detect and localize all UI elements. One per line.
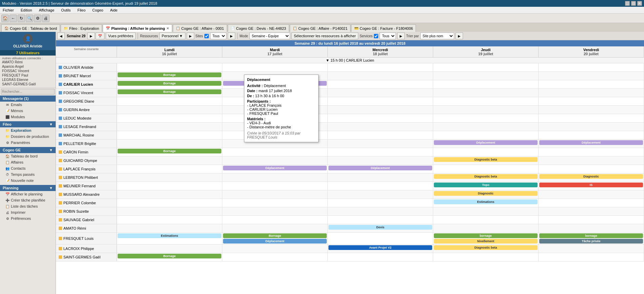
event-deplacement-fresquet[interactable]: Déplacement xyxy=(223,239,327,244)
services-arrow-btn[interactable]: ▶ xyxy=(397,33,405,39)
cell-ollivier-mercredi[interactable] xyxy=(328,63,433,71)
event-deplacement-pelletier-fri[interactable]: Déplacement xyxy=(539,140,643,145)
cell-foissac-jeudi[interactable] xyxy=(433,89,539,97)
print-icon[interactable]: 🖨 xyxy=(42,15,49,22)
cell-lesage-jeudi[interactable] xyxy=(433,123,539,131)
menu-outils[interactable]: Outils xyxy=(60,8,72,13)
cell-fresquet-vendredi[interactable]: bornage Tâche privée xyxy=(539,233,644,244)
cell-perrier-mercredi[interactable] xyxy=(328,199,433,207)
cell-mussard-mercredi[interactable] xyxy=(328,190,433,198)
cell-carlier-mercredi[interactable] xyxy=(328,80,433,88)
cell-robin-vendredi[interactable] xyxy=(539,207,644,215)
cell-amato-vendredi[interactable] xyxy=(539,224,644,232)
cell-robin-jeudi[interactable] xyxy=(433,207,539,215)
sidebar-item-liste-taches[interactable]: 📋 Liste des tâches xyxy=(0,203,56,209)
cell-ollivier-lundi[interactable] xyxy=(117,63,222,71)
cell-marchal-vendredi[interactable] xyxy=(539,131,644,139)
cell-perrier-vendredi[interactable] xyxy=(539,199,644,207)
search-input[interactable] xyxy=(1,89,55,94)
search-icon[interactable]: 🔍 xyxy=(26,15,33,22)
tab-affaire1[interactable]: 📋 Cogeo GE : Affaire - 0001 xyxy=(173,24,227,32)
cell-caron-lundi[interactable]: Bornage xyxy=(117,148,222,156)
cell-foissac-lundi[interactable]: Bornage xyxy=(117,89,222,97)
cell-sg-jeudi[interactable] xyxy=(433,253,539,261)
user-count[interactable]: 7 Utilisateurs xyxy=(0,50,56,56)
cell-meunier-mercredi[interactable] xyxy=(328,182,433,190)
ressources-arrow-btn[interactable]: ▶ xyxy=(187,33,194,39)
cell-guerin-jeudi[interactable] xyxy=(433,106,539,114)
sites-select[interactable]: Tous xyxy=(210,33,226,39)
cell-ollivier-mardi[interactable] xyxy=(222,63,328,71)
cell-guerin-vendredi[interactable] xyxy=(539,106,644,114)
cell-lacroix-mardi[interactable] xyxy=(222,245,328,253)
event-bornage-fresquet[interactable]: Bornage xyxy=(223,233,327,238)
event-estimations-perrier[interactable]: Estimations xyxy=(434,200,538,204)
menu-aide[interactable]: Aide xyxy=(109,8,119,13)
cell-leduc-lundi[interactable] xyxy=(117,114,222,122)
cell-laplace-lundi[interactable] xyxy=(117,165,222,173)
cell-sauvage-jeudi[interactable] xyxy=(433,216,539,224)
sidebar-item-contacts[interactable]: 👥 Contacts xyxy=(0,165,56,171)
tab-devis[interactable]: 📄 Cogeo GE : Devis - NE-44823 xyxy=(228,24,289,32)
cell-lacroix-mercredi[interactable]: Avant Projet V2 xyxy=(328,245,433,253)
cell-mussard-jeudi[interactable]: Diagnostic xyxy=(433,190,539,198)
tab-tableau-bord[interactable]: 🏠 Cogeo GE : Tableau de bord xyxy=(1,24,60,32)
event-devis-amato[interactable]: Devis xyxy=(328,225,432,230)
cell-perrier-mardi[interactable] xyxy=(222,199,328,207)
cell-brunet-mercredi[interactable] xyxy=(328,72,433,80)
event-bornage-foissac[interactable]: Bornage xyxy=(118,89,221,94)
event-bornage-fresquet-fri[interactable]: bornage xyxy=(539,233,643,238)
event-deplacement-laplace[interactable]: Déplacement xyxy=(223,166,327,170)
cell-carlier-vendredi[interactable] xyxy=(539,80,644,88)
cell-brunet-jeudi[interactable] xyxy=(433,72,539,80)
cell-lesage-lundi[interactable] xyxy=(117,123,222,131)
cell-caron-jeudi[interactable] xyxy=(433,148,539,156)
cell-sauvage-vendredi[interactable] xyxy=(539,216,644,224)
cell-gregoire-mercredi[interactable] xyxy=(328,97,433,105)
cell-sauvage-mardi[interactable] xyxy=(222,216,328,224)
cell-foissac-vendredi[interactable] xyxy=(539,89,644,97)
cell-laplace-vendredi[interactable] xyxy=(539,165,644,173)
cell-fresquet-mercredi[interactable] xyxy=(328,233,433,244)
cell-fresquet-lundi[interactable]: Estimations xyxy=(117,233,222,244)
cell-guichard-mercredi[interactable] xyxy=(328,156,433,165)
event-bornage-brunet[interactable]: Bornage xyxy=(118,72,221,77)
menu-fileo[interactable]: Fileo xyxy=(76,8,87,13)
sidebar-item-temps[interactable]: ⏱ Temps passés xyxy=(0,171,56,177)
cell-guichard-lundi[interactable] xyxy=(117,156,222,165)
cell-marchal-mercredi[interactable] xyxy=(328,131,433,139)
sidebar-item-afficher-planning[interactable]: 📅 Afficher le planning xyxy=(0,191,56,197)
cell-foissac-mercredi[interactable] xyxy=(328,89,433,97)
cell-amato-mercredi[interactable]: Devis xyxy=(328,224,433,232)
tab-exploration[interactable]: 📁 Fileo : Exploration xyxy=(61,24,102,32)
mode-select[interactable]: Semaine - Equipe xyxy=(249,33,290,39)
sidebar-item-memos[interactable]: 📝 Mémos xyxy=(0,108,56,114)
next-week-button[interactable]: ▶ xyxy=(87,33,95,39)
menu-affichage[interactable]: Affichage xyxy=(38,8,56,13)
event-diagnostic-lebreton-fri[interactable]: Diagnostic xyxy=(539,174,643,179)
cell-leduc-mercredi[interactable] xyxy=(328,114,433,122)
cell-lebreton-jeudi[interactable]: Diagnostic beta xyxy=(433,173,539,182)
event-tache-privee[interactable]: Tâche privée xyxy=(539,239,643,244)
cell-gregoire-lundi[interactable] xyxy=(117,97,222,105)
cell-lesage-vendredi[interactable] xyxy=(539,123,644,131)
cell-perrier-jeudi[interactable]: Estimations xyxy=(433,199,539,207)
cell-marchal-lundi[interactable] xyxy=(117,131,222,139)
event-diagnostic-beta-guichard-thu[interactable]: Diagnostic beta xyxy=(434,157,538,162)
cell-caron-vendredi[interactable] xyxy=(539,148,644,156)
cell-pelletier-lundi[interactable] xyxy=(117,140,222,148)
services-checkbox[interactable] xyxy=(374,34,378,38)
cell-pelletier-mercredi[interactable] xyxy=(328,140,433,148)
cell-sg-mardi[interactable] xyxy=(222,253,328,261)
cell-gregoire-vendredi[interactable] xyxy=(539,97,644,105)
cell-pelletier-jeudi[interactable]: Déplacement xyxy=(433,140,539,148)
cell-mussard-mardi[interactable] xyxy=(222,190,328,198)
cell-guerin-lundi[interactable] xyxy=(117,106,222,114)
cell-amato-lundi[interactable] xyxy=(117,224,222,232)
sites-checkbox[interactable] xyxy=(204,34,209,38)
cell-sauvage-lundi[interactable] xyxy=(117,216,222,224)
cell-lebreton-lundi[interactable] xyxy=(117,173,222,182)
cell-meunier-lundi[interactable] xyxy=(117,182,222,190)
cell-mussard-lundi[interactable] xyxy=(117,190,222,198)
trier-select[interactable]: Site plus nom xyxy=(420,33,454,39)
